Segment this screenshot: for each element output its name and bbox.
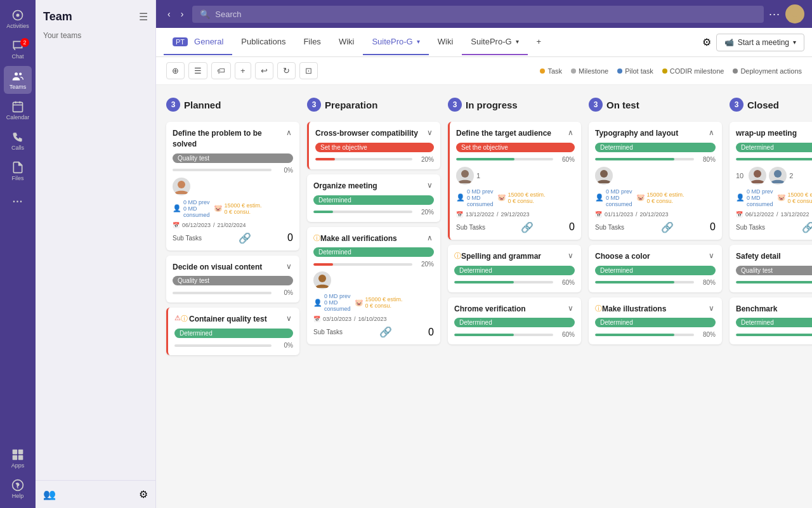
column-ontest-header: 3 On test (589, 95, 722, 117)
suitepro2-dropdown-icon[interactable]: ▾ (516, 38, 519, 45)
card-badge: Quality test (736, 266, 812, 275)
card-badge: Set the objective (456, 143, 575, 152)
user-avatar[interactable] (785, 4, 804, 23)
card-header: Define the target audience ∧ (456, 128, 575, 139)
back-button[interactable]: ‹ (164, 6, 174, 22)
manage-teams-icon[interactable]: 👥 (43, 488, 56, 500)
card-subtasks-row: Sub Tasks 🔗 0 (456, 221, 575, 233)
progress-bar (736, 281, 812, 283)
filter-button[interactable]: ⊕ (166, 62, 185, 79)
progress-bar (736, 334, 812, 336)
card-chevron-down[interactable]: ∨ (707, 304, 716, 313)
card-chevron-down[interactable]: ∨ (707, 251, 716, 260)
card-chevron-up[interactable]: ∧ (285, 128, 293, 137)
list-view-button[interactable]: ☰ (188, 62, 207, 79)
channel-settings-icon[interactable]: ⚙ (702, 36, 711, 48)
card-header: Chrome verification ∨ (454, 304, 575, 315)
card-chevron-down[interactable]: ∨ (566, 304, 575, 313)
task-card-safety: Safety detail ∨ Quality test 80% (730, 245, 812, 292)
teams-icon[interactable]: Teams (4, 66, 32, 94)
apps-icon[interactable]: Apps (4, 445, 32, 472)
stat-person: 👤 0 MD prev0 MDconsumed (736, 188, 773, 207)
card-chevron-down[interactable]: ∨ (285, 262, 293, 271)
card-header: Cross-browser compatibility ∨ (315, 128, 434, 139)
card-chevron-down[interactable]: ∨ (426, 128, 434, 137)
tab-general[interactable]: PT General (164, 29, 232, 55)
help-icon[interactable]: Help (4, 475, 32, 503)
piggy-icon: 🐷 (497, 193, 506, 202)
card-badge: Determined (454, 266, 575, 275)
task-card-container-quality: ⚠ ⓘ Container quality test ∨ Determined … (166, 308, 299, 355)
card-chevron-down[interactable]: ∨ (566, 251, 575, 260)
undo-button[interactable]: ↩ (255, 62, 273, 79)
teams-panel-menu-icon[interactable]: ☰ (139, 11, 148, 23)
meeting-dropdown-icon[interactable]: ▾ (793, 39, 796, 46)
card-header: wrap-up meeting ∧ (736, 128, 812, 139)
tab-files[interactable]: Files (294, 29, 329, 55)
add-button[interactable]: + (235, 62, 251, 79)
tab-publications[interactable]: Publications (232, 29, 294, 55)
svg-point-2 (15, 72, 18, 75)
card-chevron-up[interactable]: ∧ (426, 233, 434, 242)
app-sidebar: Activities 2 Chat Teams Calendar Calls F… (0, 0, 36, 508)
export-button[interactable]: ⊡ (299, 62, 318, 79)
suitepro-dropdown-icon[interactable]: ▾ (417, 38, 420, 45)
progress-bar-container: 80% (736, 279, 812, 286)
progress-bar (595, 281, 694, 283)
date-start: 06/12/2023 (182, 222, 211, 228)
teams-panel-footer: 👥 ⚙ (36, 480, 155, 508)
avatar (595, 167, 613, 185)
calendar-icon-small: 📅 (456, 211, 463, 218)
tag-button[interactable]: 🏷 (211, 62, 231, 79)
tab-wiki-1[interactable]: Wiki (330, 29, 363, 55)
task-card-illustrations: ⓘ Make illustrations ∨ Determined 80% (589, 297, 722, 345)
channel-tab-right: ⚙ 📹 Start a meeting ▾ (702, 34, 804, 51)
settings-icon[interactable]: ⚙ (139, 488, 148, 500)
tab-wiki-2[interactable]: Wiki (429, 29, 462, 55)
info-icon: ⓘ (454, 251, 461, 261)
files-icon[interactable]: Files (4, 157, 32, 185)
calls-icon[interactable]: Calls (4, 127, 32, 155)
more-apps-icon[interactable]: ··· (4, 188, 32, 216)
date-start: 13/12/2022 (466, 211, 494, 218)
refresh-button[interactable]: ↻ (277, 62, 296, 79)
start-meeting-button[interactable]: 📹 Start a meeting ▾ (716, 34, 804, 51)
search-box[interactable]: 🔍 (192, 6, 764, 23)
forward-button[interactable]: › (177, 6, 188, 22)
stat-person: 👤 0 MD prev0 MDconsumed (313, 293, 351, 312)
svg-rect-8 (18, 455, 23, 460)
activities-icon[interactable]: Activities (4, 5, 32, 33)
legend-deployment: Deployment actions (733, 67, 802, 75)
progress-text: 0% (275, 289, 293, 296)
chat-icon[interactable]: 2 Chat (4, 36, 32, 63)
board-container: 3 Planned Define the problem to be solve… (156, 85, 812, 508)
progress-fill (315, 158, 335, 160)
progress-bar (313, 263, 412, 266)
progress-bar-container: 80% (595, 331, 716, 338)
card-chevron-up[interactable]: ∧ (707, 128, 716, 137)
task-card-benchmark: Benchmark ∨ Determined 80% (730, 297, 812, 345)
card-dates: 📅 03/10/2023 / 16/10/2023 (313, 316, 434, 322)
planned-title: Planned (184, 100, 221, 110)
subtasks-label: Sub Tasks (456, 224, 485, 231)
tab-add[interactable]: + (528, 29, 551, 55)
progress-fill (313, 211, 333, 213)
avatar-1 (749, 167, 766, 185)
search-input[interactable] (215, 10, 756, 19)
card-header: Benchmark ∨ (736, 304, 812, 315)
card-title: Organize meeting (313, 181, 426, 192)
card-stats: 👤 0 MD prev0 MDconsumed 🐷 15000 € estim.… (313, 293, 434, 312)
tab-suitepro-2[interactable]: SuitePro-G ▾ (462, 29, 527, 55)
milestone-dot (571, 68, 576, 74)
progress-bar-container: 80% (595, 156, 716, 163)
card-chevron-up[interactable]: ∧ (566, 128, 575, 137)
card-chevron-down[interactable]: ∨ (285, 314, 293, 323)
card-chevron-down[interactable]: ∨ (426, 181, 434, 190)
task-card-choose-color: Choose a color ∨ Determined 80% (589, 245, 722, 292)
top-bar-more-icon[interactable]: ··· (769, 8, 780, 21)
closed-title: Closed (747, 100, 779, 110)
card-header: Safety detail ∨ (736, 251, 812, 262)
tab-suitepro-1[interactable]: SuitePro-G ▾ (363, 29, 428, 55)
stat-budget: 🐷 15000 € estim.0 € consu. (777, 188, 812, 207)
calendar-icon[interactable]: Calendar (4, 96, 32, 124)
